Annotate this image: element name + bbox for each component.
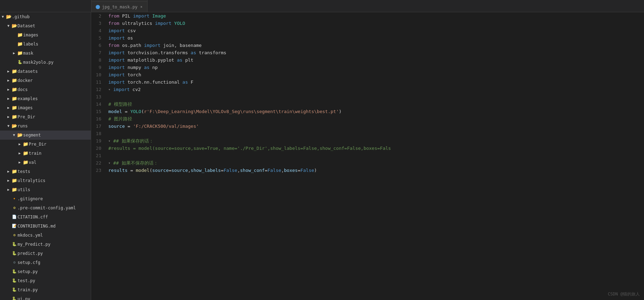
code-token: ,: [188, 167, 191, 174]
sidebar-chevron-icon[interactable]: ▼: [11, 131, 17, 139]
code-token: (: [141, 108, 144, 115]
code-container: 234567891011121314151617181920212223 fro…: [91, 12, 644, 300]
sidebar-item-label: setup.py: [18, 268, 91, 275]
sidebar-chevron-icon[interactable]: ▼: [6, 22, 11, 30]
sidebar-item[interactable]: ▶📁docker: [0, 76, 91, 85]
code-line: [108, 93, 644, 100]
sidebar-item-label: datasets: [18, 68, 91, 75]
code-token: ultralytics: [122, 20, 155, 27]
sidebar-item[interactable]: 🐍mask2yolo.py: [0, 58, 91, 67]
tab-jpg_to_mask-py[interactable]: jpg_to_mask.py×: [91, 1, 148, 12]
code-token: r'F:\Deep_Learning\Model\YOLOv8_Seg\runs…: [144, 108, 339, 115]
sidebar-item-label: .gitignore: [18, 195, 91, 203]
sidebar-item[interactable]: 📁images: [0, 30, 91, 40]
code-token: .pyplot: [155, 56, 177, 64]
sidebar-item-label: predict.py: [18, 250, 91, 257]
sidebar-item-label: test.py: [18, 277, 91, 285]
sidebar-item[interactable]: 🔸.gitignore: [0, 194, 91, 203]
folder-icon: 📂: [17, 131, 23, 139]
sidebar-chevron-icon[interactable]: ▶: [6, 95, 11, 103]
code-line: import torch: [108, 71, 644, 78]
code-token: as: [144, 64, 152, 71]
collapse-marker-icon[interactable]: ▾: [108, 159, 113, 167]
sidebar-item[interactable]: ▼📂runs: [0, 121, 91, 131]
sidebar-item-label: my_Predict.py: [18, 240, 91, 248]
code-line: source = 'F:/CRACK500/val/images': [108, 123, 644, 130]
code-token: =: [128, 123, 133, 130]
line-number: 4: [91, 27, 104, 34]
code-line: from ultralytics import YOLO: [108, 20, 644, 27]
sidebar-item[interactable]: ▶📁examples: [0, 94, 91, 103]
sidebar-item-label: ultralytics: [18, 177, 91, 184]
folder-icon: 📁: [11, 95, 18, 103]
sidebar-item[interactable]: 🐍test.py: [0, 276, 91, 285]
sidebar-item[interactable]: ▼📂.github: [0, 12, 91, 21]
sidebar-chevron-icon[interactable]: ▼: [6, 122, 11, 130]
collapse-marker-icon[interactable]: ▾: [108, 137, 113, 145]
code-token: =: [125, 108, 130, 115]
sidebar-item[interactable]: ▶📁ultralytics: [0, 176, 91, 185]
line-number: 2: [91, 12, 104, 20]
sidebar-item[interactable]: ▶📁mask: [0, 49, 91, 58]
sidebar-item[interactable]: 🐍train.py: [0, 285, 91, 294]
line-number: 23: [91, 167, 104, 174]
sidebar-item[interactable]: 🐍ui.py: [0, 294, 91, 300]
sidebar-chevron-icon[interactable]: ▶: [6, 113, 11, 121]
sidebar-item[interactable]: ⚙mkdocs.yml: [0, 231, 91, 240]
folder-icon: 📁: [11, 113, 18, 121]
code-line: #results = model(source=source,save=True…: [108, 145, 644, 152]
code-token: ,: [281, 167, 284, 174]
sidebar-item[interactable]: ⚙setup.cfg: [0, 258, 91, 267]
folder-icon: 📁: [22, 140, 29, 148]
sidebar-item[interactable]: ▶📁Pre_Dir: [0, 112, 91, 121]
file-icon: ⚙: [11, 259, 18, 266]
sidebar-chevron-icon[interactable]: ▶: [17, 159, 22, 166]
code-token: 图片路径: [114, 115, 132, 123]
editor-area: 234567891011121314151617181920212223 fro…: [91, 12, 644, 300]
sidebar-item[interactable]: ▶📁utils: [0, 185, 91, 194]
sidebar-chevron-icon[interactable]: ▶: [17, 140, 22, 148]
sidebar-item-label: mkdocs.yml: [18, 231, 91, 239]
sidebar-item[interactable]: 🐍my_Predict.py: [0, 240, 91, 249]
sidebar-item[interactable]: ▶📁tests: [0, 167, 91, 176]
sidebar-chevron-icon[interactable]: ▶: [17, 149, 22, 157]
sidebar-item[interactable]: ▼📂segment: [0, 131, 91, 140]
sidebar-item[interactable]: 📄CITATION.cff: [0, 212, 91, 222]
collapse-marker-icon[interactable]: ▾: [108, 86, 113, 93]
sidebar-chevron-icon[interactable]: ▶: [6, 86, 11, 93]
sidebar-item-label: Dataset: [18, 22, 91, 30]
sidebar-chevron-icon[interactable]: ▶: [6, 104, 11, 112]
sidebar-item[interactable]: 📝CONTRIBUTING.md: [0, 222, 91, 231]
sidebar-chevron-icon[interactable]: ▶: [6, 186, 11, 194]
code-token: ,: [237, 167, 240, 174]
file-icon: ⚙: [11, 204, 18, 212]
code-token: 模型路径: [114, 100, 132, 108]
sidebar-item[interactable]: ▼📂Dataset: [0, 21, 91, 30]
sidebar-item[interactable]: ▶📁docs: [0, 85, 91, 94]
folder-icon: 📁: [11, 68, 18, 75]
tab-close-icon[interactable]: ×: [140, 5, 143, 9]
sidebar-item[interactable]: ▶📁train: [0, 149, 91, 158]
code-token: csv: [128, 27, 136, 34]
sidebar-chevron-icon[interactable]: ▶: [6, 68, 11, 75]
sidebar-item[interactable]: ▶📁Pre_Dir: [0, 140, 91, 149]
sidebar-chevron-icon[interactable]: ▼: [0, 13, 6, 21]
sidebar-item[interactable]: ⚙.pre-commit-config.yaml: [0, 203, 91, 212]
sidebar-chevron-icon[interactable]: ▶: [6, 177, 11, 184]
sidebar-item[interactable]: 🐍predict.py: [0, 249, 91, 258]
sidebar-item[interactable]: ▶📁images: [0, 103, 91, 112]
code-line: from PIL import Image: [108, 12, 644, 20]
sidebar-item-label: mask: [23, 49, 91, 57]
code-token: plt: [185, 56, 193, 64]
line-number: 19: [91, 137, 104, 145]
sidebar-item[interactable]: 🐍setup.py: [0, 267, 91, 276]
sidebar-item[interactable]: ▶📁datasets: [0, 67, 91, 76]
sidebar-item[interactable]: ▶📁val: [0, 158, 91, 167]
code-token: as: [182, 78, 190, 86]
code-token: # 如果保存的话：: [116, 137, 154, 145]
sidebar-chevron-icon[interactable]: ▶: [6, 168, 11, 175]
sidebar-chevron-icon[interactable]: ▶: [6, 77, 11, 84]
sidebar-item[interactable]: 📁labels: [0, 40, 91, 49]
code-token: source: [108, 123, 128, 130]
sidebar-chevron-icon[interactable]: ▶: [11, 49, 17, 57]
